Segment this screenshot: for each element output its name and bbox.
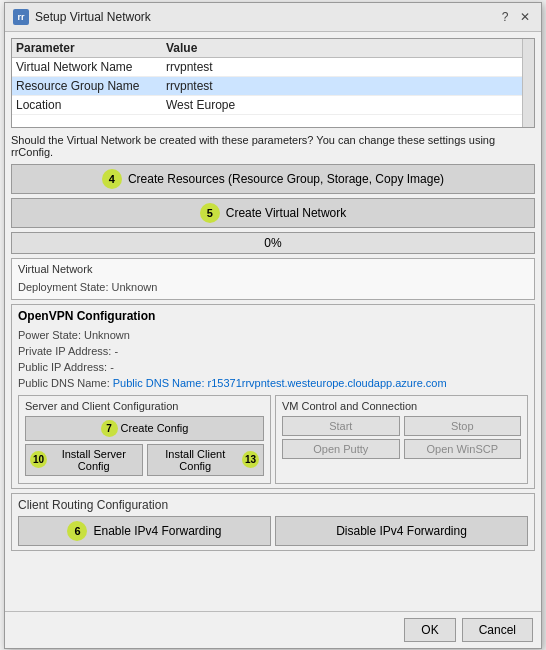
- notice-text: Should the Virtual Network be created wi…: [11, 132, 535, 160]
- server-config-title: Server and Client Configuration: [25, 400, 264, 412]
- table-header: Parameter Value: [12, 39, 534, 58]
- routing-buttons: 6 Enable IPv4 Forwarding Disable IPv4 Fo…: [18, 516, 528, 546]
- ok-button[interactable]: OK: [404, 618, 455, 642]
- public-ip: Public IP Address: -: [18, 359, 528, 375]
- deployment-state: Deployment State: Unknown: [18, 279, 528, 295]
- step5-button[interactable]: 5 Create Virtual Network: [11, 198, 535, 228]
- step4-button[interactable]: 4 Create Resources (Resource Group, Stor…: [11, 164, 535, 194]
- disable-ipv4-button[interactable]: Disable IPv4 Forwarding: [275, 516, 528, 546]
- install-server-label: Install Server Config: [50, 448, 138, 472]
- create-config-button[interactable]: 7 Create Config: [25, 416, 264, 441]
- param-value-2: West Europe: [166, 98, 530, 112]
- vn-section-title: Virtual Network: [18, 263, 528, 275]
- start-stop-row: Start Stop: [282, 416, 521, 436]
- close-button[interactable]: ✕: [517, 9, 533, 25]
- enable-ipv4-label: Enable IPv4 Forwarding: [93, 524, 221, 538]
- main-window: rr Setup Virtual Network ? ✕ Parameter V…: [4, 2, 542, 649]
- two-col-layout: Server and Client Configuration 7 Create…: [18, 395, 528, 484]
- vm-control-box: VM Control and Connection Start Stop Ope…: [275, 395, 528, 484]
- disable-ipv4-label: Disable IPv4 Forwarding: [336, 524, 467, 538]
- progress-bar: 0%: [11, 232, 535, 254]
- open-winscp-button[interactable]: Open WinSCP: [404, 439, 522, 459]
- param-value-1: rrvpntest: [166, 79, 530, 93]
- stop-button[interactable]: Stop: [404, 416, 522, 436]
- create-config-badge: 7: [101, 420, 118, 437]
- param-name-2: Location: [16, 98, 166, 112]
- start-button[interactable]: Start: [282, 416, 400, 436]
- title-controls: ? ✕: [497, 9, 533, 25]
- col-header-parameter: Parameter: [16, 41, 166, 55]
- table-row[interactable]: Location West Europe: [12, 96, 534, 115]
- scrollbar[interactable]: [522, 39, 534, 127]
- window-title: Setup Virtual Network: [35, 10, 151, 24]
- app-icon: rr: [13, 9, 29, 25]
- dns-name: Public DNS Name: Public DNS Name: r15371…: [18, 375, 528, 391]
- col-header-value: Value: [166, 41, 530, 55]
- content-area: Parameter Value Virtual Network Name rrv…: [5, 32, 541, 611]
- routing-section: Client Routing Configuration 6 Enable IP…: [11, 493, 535, 551]
- install-client-label: Install Client Config: [152, 448, 240, 472]
- enable-ipv4-button[interactable]: 6 Enable IPv4 Forwarding: [18, 516, 271, 546]
- dns-name-value: Public DNS Name: r15371rrvpntest.westeur…: [113, 377, 447, 389]
- footer: OK Cancel: [5, 611, 541, 648]
- cancel-button[interactable]: Cancel: [462, 618, 533, 642]
- param-value-0: rrvpntest: [166, 60, 530, 74]
- server-config-box: Server and Client Configuration 7 Create…: [18, 395, 271, 484]
- openvpn-section: OpenVPN Configuration Power State: Unkno…: [11, 304, 535, 489]
- table-row[interactable]: Resource Group Name rrvpntest: [12, 77, 534, 96]
- install-config-row: 10 Install Server Config Install Client …: [25, 444, 264, 476]
- create-config-row: 7 Create Config: [25, 416, 264, 441]
- power-state: Power State: Unknown: [18, 327, 528, 343]
- param-name-0: Virtual Network Name: [16, 60, 166, 74]
- virtual-network-section: Virtual Network Deployment State: Unknow…: [11, 258, 535, 300]
- step4-label: Create Resources (Resource Group, Storag…: [128, 172, 444, 186]
- open-putty-button[interactable]: Open Putty: [282, 439, 400, 459]
- install-server-button[interactable]: 10 Install Server Config: [25, 444, 143, 476]
- private-ip: Private IP Address: -: [18, 343, 528, 359]
- step4-badge: 4: [102, 169, 122, 189]
- vm-control-title: VM Control and Connection: [282, 400, 521, 412]
- openvpn-title: OpenVPN Configuration: [18, 309, 528, 323]
- step5-badge: 5: [200, 203, 220, 223]
- parameter-table: Parameter Value Virtual Network Name rrv…: [11, 38, 535, 128]
- title-bar: rr Setup Virtual Network ? ✕: [5, 3, 541, 32]
- param-name-1: Resource Group Name: [16, 79, 166, 93]
- progress-value: 0%: [264, 236, 281, 250]
- install-client-badge: 13: [242, 451, 259, 468]
- install-client-button[interactable]: Install Client Config 13: [147, 444, 265, 476]
- routing-title: Client Routing Configuration: [18, 498, 528, 512]
- create-config-label: Create Config: [121, 422, 189, 434]
- title-bar-left: rr Setup Virtual Network: [13, 9, 151, 25]
- enable-ipv4-badge: 6: [67, 521, 87, 541]
- table-row[interactable]: Virtual Network Name rrvpntest: [12, 58, 534, 77]
- help-button[interactable]: ?: [497, 9, 513, 25]
- step5-label: Create Virtual Network: [226, 206, 347, 220]
- bottom-spacer: [11, 555, 535, 605]
- putty-winscp-row: Open Putty Open WinSCP: [282, 439, 521, 459]
- install-server-badge: 10: [30, 451, 47, 468]
